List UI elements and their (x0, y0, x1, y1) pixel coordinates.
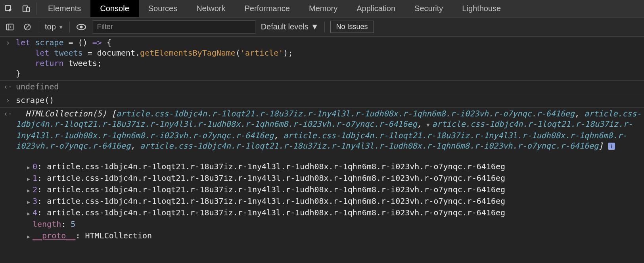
chevron-down-icon: ▼ (58, 24, 64, 30)
code-block: let scrape = () => { let tweets = docume… (16, 37, 644, 79)
tab-memory[interactable]: Memory (299, 0, 347, 17)
tab-console[interactable]: Console (90, 0, 138, 17)
console-input-row[interactable]: › let scrape = () => { let tweets = docu… (0, 37, 644, 81)
console-result-row: ‹· undefined (0, 81, 644, 94)
clear-console-icon[interactable] (21, 21, 33, 33)
prompt-icon: › (0, 37, 16, 48)
expand-toggle-icon[interactable]: ▼ (427, 120, 432, 130)
info-icon[interactable]: i (608, 143, 615, 150)
device-toolbar-icon[interactable] (17, 0, 35, 17)
console-input-row[interactable]: › scrape() (0, 94, 644, 108)
tab-lighthouse[interactable]: Lighthouse (452, 0, 510, 17)
filter-input[interactable] (93, 20, 255, 34)
context-label: top (45, 22, 56, 31)
result-icon: ‹· (0, 81, 16, 92)
tab-elements[interactable]: Elements (38, 0, 90, 17)
tab-performance[interactable]: Performance (235, 0, 300, 17)
tab-network[interactable]: Network (187, 0, 235, 17)
svg-point-6 (80, 25, 82, 28)
tab-application[interactable]: Application (347, 0, 405, 17)
prompt-icon: › (0, 95, 16, 106)
svg-rect-2 (27, 7, 29, 12)
expand-toggle-icon[interactable]: ▶ (27, 186, 33, 196)
toggle-sidebar-icon[interactable] (4, 21, 16, 33)
tab-sources[interactable]: Sources (139, 0, 187, 17)
live-expression-icon[interactable] (75, 21, 87, 33)
chevron-down-icon: ▼ (311, 22, 319, 31)
result-icon: ‹· (0, 108, 16, 119)
svg-rect-3 (7, 24, 13, 30)
log-levels-selector[interactable]: Default levels ▼ (261, 22, 319, 31)
issues-button[interactable]: No Issues (330, 21, 374, 33)
object-preview[interactable]: HTMLCollection(5) [article.css-1dbjc4n.r… (16, 108, 644, 242)
console-result-row: ‹· HTMLCollection(5) [article.css-1dbjc4… (0, 108, 644, 244)
undefined-value: undefined (16, 82, 59, 91)
tab-security[interactable]: Security (405, 0, 452, 17)
console-output: › let scrape = () => { let tweets = docu… (0, 37, 644, 244)
expand-toggle-icon[interactable]: ▶ (27, 174, 33, 184)
expand-toggle-icon[interactable]: ▶ (27, 232, 33, 242)
call-expression: scrape() (16, 95, 54, 105)
expand-toggle-icon[interactable]: ▶ (27, 162, 33, 173)
devtools-tabstrip: Elements Console Sources Network Perform… (0, 0, 644, 17)
execution-context-selector[interactable]: top ▼ (45, 22, 64, 31)
levels-label: Default levels (261, 22, 309, 31)
expand-toggle-icon[interactable]: ▶ (27, 197, 33, 207)
inspect-element-icon[interactable] (0, 0, 17, 17)
expand-toggle-icon[interactable]: ▶ (27, 209, 33, 219)
console-toolbar: top ▼ Default levels ▼ No Issues (0, 17, 644, 37)
